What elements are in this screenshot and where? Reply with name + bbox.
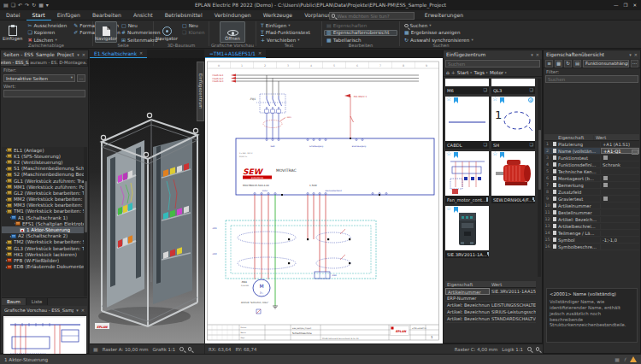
tree-item[interactable]: HK1 (Werkstück lackieren) bbox=[2, 251, 87, 257]
zoom-window-icon[interactable] bbox=[536, 347, 540, 351]
tile[interactable]: Fan_motor_cont... bbox=[445, 151, 489, 203]
ribbon-tab[interactable]: Datei bbox=[0, 10, 26, 21]
schematic-canvas[interactable]: 01 23 45 67 89 =GA6-SL1 =GA6-SL2 =GA6-SL… bbox=[205, 58, 443, 343]
copy-button[interactable]: Kopieren bbox=[25, 30, 69, 37]
panel-tab[interactable]: Seiten - ESS_S... bbox=[1, 59, 30, 66]
tree-item[interactable]: K2 (Ventilsteuerung) bbox=[2, 159, 87, 165]
favorite-icon[interactable] bbox=[446, 97, 451, 103]
breadcrumb-item[interactable]: Start bbox=[457, 70, 469, 75]
preview-open-button[interactable]: Öffnen bbox=[220, 21, 245, 43]
part-info-row[interactable]: ERP-Nummer bbox=[445, 295, 536, 302]
property-row[interactable]: 10 Artikelnummer … bbox=[544, 203, 639, 209]
space3d-navigator-button[interactable]: Navigator bbox=[156, 21, 178, 43]
property-row[interactable]: 7 Bemerkung … bbox=[544, 182, 639, 189]
tree-item[interactable]: EFS1 (Schaltplan Elektrotec... bbox=[2, 220, 87, 226]
collapsed-insert-center-tab[interactable]: Einfügezentrum bbox=[197, 62, 204, 121]
property-row[interactable]: 1 Platzierung +A1 (A1.S1) … bbox=[544, 141, 639, 148]
tree-item[interactable]: PFB (W-Fließbilder) bbox=[2, 257, 87, 263]
tree-twisty-icon[interactable] bbox=[2, 173, 6, 177]
tile[interactable]: M6 bbox=[445, 79, 489, 94]
paste-button[interactable]: Einfügen bbox=[2, 21, 23, 43]
chevron-down-icon[interactable] bbox=[531, 53, 533, 57]
tree-item[interactable]: TM1 (Werkstück bearbeiten: Schle... bbox=[2, 208, 87, 214]
zoom-in-icon[interactable] bbox=[527, 347, 532, 351]
property-row[interactable]: 6 Montageort (b... … bbox=[544, 175, 639, 182]
property-row[interactable]: 8 Zusatzfeld … bbox=[544, 189, 639, 196]
property-row[interactable]: 12 Artikel: Bezeich... … bbox=[544, 216, 639, 223]
tree-twisty-icon[interactable] bbox=[2, 197, 6, 202]
tree-twisty-icon[interactable] bbox=[2, 167, 6, 171]
tree-item[interactable]: MM3 (Werkstück bearbeiten: Posit... bbox=[2, 203, 87, 208]
path-function-text-button[interactable]: Pfad-Funktionstext bbox=[258, 30, 320, 37]
zoom-window-icon[interactable] bbox=[188, 347, 192, 351]
tile[interactable]: 4 1 SH bbox=[491, 97, 535, 149]
tree-twisty-icon[interactable] bbox=[2, 240, 6, 244]
panel-tab[interactable]: Bauraum - ES... bbox=[30, 59, 59, 66]
close-button[interactable]: ✕ bbox=[632, 3, 637, 8]
tree-twisty-icon[interactable] bbox=[2, 215, 10, 220]
show-results-button[interactable]: Ergebnisse anzeigen bbox=[402, 30, 480, 37]
search-button[interactable]: Suchen▾ bbox=[402, 22, 480, 29]
add-icon[interactable] bbox=[451, 70, 456, 75]
part-info-row[interactable]: Artikelnummer SIE.3RV2011-1AA15 bbox=[445, 288, 536, 295]
tell-me-input[interactable] bbox=[337, 14, 412, 19]
refresh-icon[interactable] bbox=[32, 3, 36, 8]
tree-twisty-icon[interactable] bbox=[2, 258, 6, 262]
tree-item[interactable]: MM2 (Werkstück bearbeiten: Posit... bbox=[2, 197, 87, 203]
undo-icon[interactable] bbox=[18, 3, 22, 8]
tile[interactable]: CABDL bbox=[445, 97, 489, 149]
properties-search[interactable] bbox=[545, 75, 638, 83]
tree-twisty-icon[interactable] bbox=[2, 246, 6, 250]
chevron-down-icon[interactable] bbox=[77, 53, 79, 57]
ribbon-tab[interactable]: Start bbox=[26, 10, 51, 21]
tree-twisty-icon[interactable] bbox=[2, 252, 6, 256]
ribbon-tab[interactable]: Erweiterungen bbox=[419, 10, 469, 21]
properties-overview-button[interactable]: Eigenschaftenübersicht bbox=[324, 30, 397, 37]
tree-twisty-icon[interactable] bbox=[2, 179, 6, 183]
tree-item[interactable]: MM1 (Werkstück zuführen: Positio... bbox=[2, 184, 87, 190]
property-row[interactable]: 13 Artikelbeschrei... … bbox=[544, 223, 639, 230]
property-row[interactable]: 2 Name (vollstän... +A1-Q1 … bbox=[544, 148, 639, 155]
tell-me-search[interactable] bbox=[329, 12, 415, 20]
open-icon[interactable] bbox=[11, 3, 15, 8]
property-row[interactable]: 14 Teilmenge / Lä... … bbox=[544, 230, 639, 237]
part-info-row[interactable]: Artikel: Bezeichnung 1 LEISTUNGSSCHALTER… bbox=[445, 302, 536, 308]
redo-icon[interactable] bbox=[25, 3, 29, 8]
tree-item[interactable]: S2 (Maschinenbedienung Bedien... bbox=[2, 172, 87, 178]
tree-twisty-icon[interactable] bbox=[2, 154, 6, 158]
tree-twisty-icon[interactable] bbox=[2, 160, 6, 164]
home-icon[interactable] bbox=[446, 70, 450, 75]
grid-toggle-icon[interactable] bbox=[615, 357, 620, 362]
tree-twisty-icon[interactable] bbox=[2, 209, 6, 214]
tree-twisty-icon[interactable] bbox=[2, 185, 6, 189]
tree-twisty-icon[interactable] bbox=[2, 234, 10, 238]
close-icon[interactable] bbox=[536, 53, 539, 57]
panel-tab[interactable]: 3D-Montagea... bbox=[59, 59, 88, 66]
property-row[interactable]: 11 Bestellnummer … bbox=[544, 209, 639, 216]
grid-button[interactable]: ▦ bbox=[555, 60, 562, 68]
value-input[interactable] bbox=[3, 90, 85, 97]
page-navigator-button[interactable]: Navigator bbox=[95, 21, 117, 43]
ribbon-tab[interactable]: Werkzeuge bbox=[257, 10, 298, 21]
property-row[interactable]: 5 Technische Ken... … bbox=[544, 168, 639, 175]
close-icon[interactable] bbox=[258, 51, 262, 56]
properties-button[interactable]: Eigenschaften bbox=[324, 22, 397, 29]
view-tab[interactable]: Liste bbox=[26, 298, 49, 305]
editor-tab[interactable]: =TM1+A1&EFS1/1 bbox=[205, 50, 266, 58]
qat-dropdown-icon[interactable] bbox=[46, 3, 49, 8]
ribbon-tab[interactable]: Einfügen bbox=[51, 10, 86, 21]
minimize-button[interactable]: — bbox=[614, 3, 619, 8]
scope-dropdown[interactable]: Funktionsunabhängig bbox=[583, 60, 629, 68]
chevron-down-icon[interactable] bbox=[76, 308, 79, 313]
tree-item[interactable]: TM2 (Werkstück bearbeiten: Schle... bbox=[2, 239, 87, 245]
grid-icon[interactable] bbox=[93, 347, 98, 352]
breadcrumb-item[interactable]: Tags bbox=[474, 70, 485, 75]
maximize-button[interactable]: ❐ bbox=[623, 3, 627, 8]
close-icon[interactable] bbox=[81, 308, 85, 313]
property-row[interactable]: 3 Funktionstext … bbox=[544, 155, 639, 161]
tile[interactable]: QL3 bbox=[491, 79, 535, 94]
breadcrumb-item[interactable]: Motor bbox=[490, 70, 503, 75]
tree-item[interactable]: GL1 (Werkstück zuführen: Transp... bbox=[2, 178, 87, 184]
ribbon-tab[interactable]: Bearbeiten bbox=[86, 10, 127, 21]
refresh-button[interactable]: ↻ bbox=[564, 60, 572, 68]
